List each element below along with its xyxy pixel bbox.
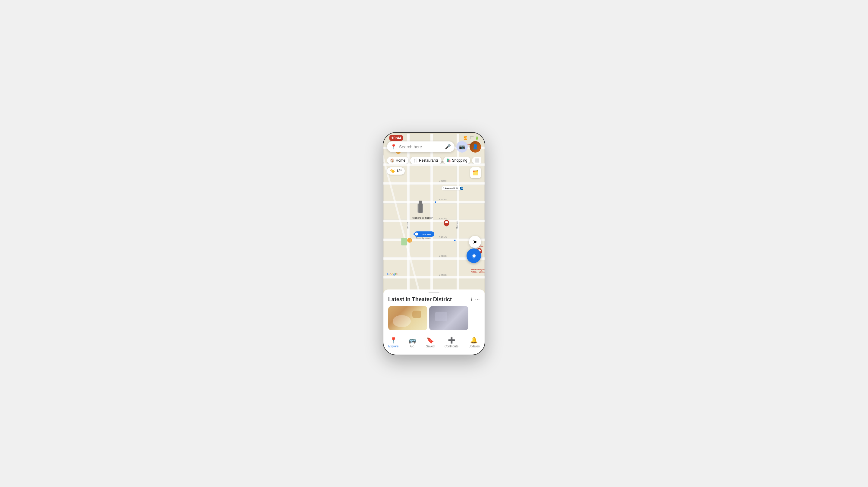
chip-restaurants[interactable]: 🍴 Restaurants bbox=[410, 157, 441, 164]
svg-text:Autog... Colle...: Autog... Colle... bbox=[471, 271, 485, 273]
drag-handle[interactable] bbox=[429, 292, 439, 293]
svg-text:E 46th St: E 46th St bbox=[438, 236, 447, 238]
bottom-panel: Latest in Theater District ℹ ⋯ 📍 Explore… bbox=[383, 290, 485, 355]
svg-rect-22 bbox=[410, 241, 430, 257]
updates-label: Updates bbox=[468, 345, 479, 348]
explore-label: Explore bbox=[389, 345, 399, 348]
bottom-nav: 📍 Explore 🚌 Go 🔖 Saved ➕ Contribute 🔔 Up… bbox=[383, 334, 485, 353]
chip-more[interactable]: ⬜ bbox=[472, 157, 481, 164]
svg-rect-32 bbox=[383, 201, 485, 203]
updates-icon: 🔔 bbox=[470, 337, 478, 344]
chip-home-label: Home bbox=[396, 158, 405, 162]
search-bar[interactable]: 📍 Search here 🎤 📷 👤 bbox=[387, 141, 481, 153]
saved-icon: 🔖 bbox=[427, 337, 434, 344]
layers-icon: 🗂️ bbox=[472, 170, 478, 176]
maps-logo-icon: 📍 bbox=[391, 144, 397, 150]
svg-text:5th Ave: 5th Ave bbox=[407, 222, 409, 229]
svg-rect-57 bbox=[419, 201, 422, 213]
nav-contribute[interactable]: ➕ Contribute bbox=[444, 337, 458, 348]
more-chip-icon: ⬜ bbox=[475, 158, 479, 162]
svg-rect-10 bbox=[410, 185, 430, 201]
svg-rect-6 bbox=[410, 165, 430, 182]
home-chip-icon: 🏠 bbox=[390, 158, 395, 162]
shopping-chip-icon: 🛍️ bbox=[446, 158, 451, 162]
panel-actions: ℹ ⋯ bbox=[471, 297, 480, 302]
svg-text:E 47th St: E 47th St bbox=[438, 217, 447, 219]
layer-button[interactable]: 🗂️ bbox=[470, 168, 481, 178]
go-label: Go bbox=[410, 345, 414, 348]
contribute-icon: ➕ bbox=[448, 337, 456, 344]
nav-go[interactable]: 🚌 Go bbox=[409, 337, 416, 348]
svg-text:Rockefeller Center: Rockefeller Center bbox=[412, 216, 433, 219]
nav-updates[interactable]: 🔔 Updates bbox=[468, 337, 479, 348]
contribute-label: Contribute bbox=[444, 345, 458, 348]
info-button[interactable]: ℹ bbox=[471, 297, 472, 302]
svg-rect-9 bbox=[383, 185, 407, 201]
restaurants-chip-icon: 🍴 bbox=[413, 158, 418, 162]
map-container[interactable]: W 55th St W 52nd St E 51st St E 50th St … bbox=[383, 133, 485, 293]
svg-text:M: M bbox=[461, 187, 463, 189]
svg-rect-36 bbox=[383, 276, 485, 278]
location-arrow-icon: ➤ bbox=[473, 239, 477, 245]
svg-point-81 bbox=[435, 201, 436, 203]
status-time: 10:44 bbox=[390, 135, 403, 141]
svg-rect-20 bbox=[459, 222, 485, 238]
search-placeholder[interactable]: Search here bbox=[399, 145, 442, 149]
chip-restaurants-label: Restaurants bbox=[419, 158, 438, 162]
svg-rect-16 bbox=[459, 203, 485, 219]
svg-text:The Lexington: The Lexington bbox=[471, 268, 485, 271]
svg-point-82 bbox=[454, 239, 456, 241]
sun-icon: ☀️ bbox=[390, 169, 395, 173]
signal-icon: 📶 bbox=[464, 136, 467, 140]
svg-text:E 50th St: E 50th St bbox=[438, 199, 447, 201]
panel-header: Latest in Theater District ℹ ⋯ bbox=[383, 296, 485, 306]
photos-row bbox=[383, 306, 485, 334]
phone-frame: W 55th St W 52nd St E 51st St E 50th St … bbox=[383, 132, 485, 355]
status-icons: 📶 LTE 🔋 bbox=[464, 136, 478, 140]
svg-rect-33 bbox=[383, 219, 485, 222]
camera-icon: 📷 bbox=[459, 144, 465, 150]
panel-title: Latest in Theater District bbox=[388, 296, 452, 303]
avatar-icon: 👤 bbox=[472, 144, 478, 150]
temperature: 13° bbox=[396, 169, 402, 173]
svg-text:E 44th St: E 44th St bbox=[438, 274, 447, 276]
more-button[interactable]: ⋯ bbox=[475, 297, 480, 302]
navigate-icon: ◈ bbox=[471, 252, 476, 260]
svg-text:Recently viewed: Recently viewed bbox=[416, 237, 431, 239]
nav-saved[interactable]: 🔖 Saved bbox=[426, 337, 435, 348]
saved-label: Saved bbox=[426, 345, 435, 348]
user-avatar[interactable]: 👤 bbox=[470, 141, 481, 153]
svg-rect-41 bbox=[401, 238, 407, 245]
svg-text:🍴: 🍴 bbox=[408, 238, 412, 242]
go-icon: 🚌 bbox=[409, 337, 416, 344]
chip-home[interactable]: 🏠 Home bbox=[387, 157, 408, 164]
photo-card-2[interactable] bbox=[429, 306, 468, 330]
svg-point-67 bbox=[413, 233, 415, 235]
chip-shopping-label: Shopping bbox=[452, 158, 467, 162]
svg-text:E 51st St: E 51st St bbox=[439, 180, 447, 182]
navigate-button[interactable]: ◈ bbox=[467, 248, 481, 263]
svg-rect-31 bbox=[383, 182, 485, 185]
svg-text:Madison: Madison bbox=[456, 221, 458, 229]
status-bar: 10:44 📶 LTE 🔋 bbox=[383, 133, 485, 142]
location-button[interactable]: ➤ bbox=[469, 236, 481, 248]
search-input-wrapper[interactable]: 📍 Search here 🎤 bbox=[387, 142, 455, 152]
explore-icon: 📍 bbox=[390, 337, 397, 344]
svg-text:E 45th St: E 45th St bbox=[438, 255, 447, 257]
category-chips: 🏠 Home 🍴 Restaurants 🛍️ Shopping ⬜ bbox=[387, 157, 481, 164]
mic-icon[interactable]: 🎤 bbox=[445, 144, 451, 150]
chip-shopping[interactable]: 🛍️ Shopping bbox=[443, 157, 470, 164]
svg-text:5th Ave: 5th Ave bbox=[422, 233, 431, 236]
battery-icon: 🔋 bbox=[475, 136, 478, 140]
network-type: LTE bbox=[468, 136, 474, 140]
nav-explore[interactable]: 📍 Explore bbox=[389, 337, 399, 348]
camera-button[interactable]: 📷 bbox=[456, 141, 468, 153]
weather-badge: ☀️ 13° bbox=[387, 168, 405, 175]
google-logo: Google bbox=[387, 272, 398, 276]
svg-text:5 Avenue-53 St: 5 Avenue-53 St bbox=[443, 187, 458, 189]
photo-card-1[interactable] bbox=[388, 306, 427, 330]
